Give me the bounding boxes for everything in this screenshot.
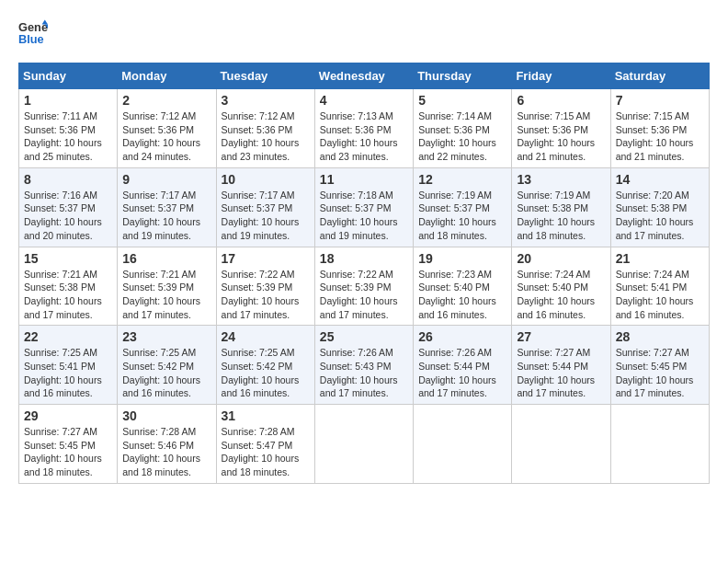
calendar-cell: 10Sunrise: 7:17 AMSunset: 5:37 PMDayligh…: [216, 167, 314, 247]
calendar-cell: 24Sunrise: 7:25 AMSunset: 5:42 PMDayligh…: [216, 326, 314, 405]
calendar-cell: 16Sunrise: 7:21 AMSunset: 5:39 PMDayligh…: [118, 247, 216, 326]
day-number: 11: [320, 172, 408, 187]
day-number: 13: [517, 172, 605, 187]
day-info: Sunrise: 7:20 AMSunset: 5:38 PMDaylight:…: [616, 189, 704, 243]
day-number: 24: [222, 329, 310, 344]
day-info: Sunrise: 7:14 AMSunset: 5:36 PMDaylight:…: [418, 109, 506, 164]
weekday-header-wednesday: Wednesday: [314, 63, 413, 89]
calendar-cell: 8Sunrise: 7:16 AMSunset: 5:37 PMDaylight…: [19, 167, 118, 247]
day-info: Sunrise: 7:17 AMSunset: 5:37 PMDaylight:…: [122, 189, 210, 243]
calendar-cell: 3Sunrise: 7:12 AMSunset: 5:36 PMDaylight…: [216, 89, 314, 168]
svg-text:Blue: Blue: [18, 32, 44, 46]
calendar-cell: 4Sunrise: 7:13 AMSunset: 5:36 PMDaylight…: [314, 89, 413, 168]
day-number: 27: [517, 329, 605, 344]
calendar-cell: 27Sunrise: 7:27 AMSunset: 5:44 PMDayligh…: [512, 326, 610, 405]
day-number: 2: [122, 93, 210, 108]
calendar-cell: 17Sunrise: 7:22 AMSunset: 5:39 PMDayligh…: [216, 247, 314, 326]
calendar-cell: 1Sunrise: 7:11 AMSunset: 5:36 PMDaylight…: [19, 89, 118, 168]
calendar-cell: 7Sunrise: 7:15 AMSunset: 5:36 PMDaylight…: [610, 89, 709, 168]
day-number: 23: [122, 329, 210, 344]
day-info: Sunrise: 7:24 AMSunset: 5:40 PMDaylight:…: [517, 268, 605, 322]
page-header: General Blue: [18, 18, 710, 48]
weekday-header-monday: Monday: [118, 63, 216, 89]
day-info: Sunrise: 7:13 AMSunset: 5:36 PMDaylight:…: [320, 109, 408, 164]
day-number: 10: [222, 172, 310, 187]
calendar-cell: 25Sunrise: 7:26 AMSunset: 5:43 PMDayligh…: [314, 326, 413, 405]
day-info: Sunrise: 7:26 AMSunset: 5:44 PMDaylight:…: [418, 346, 506, 400]
calendar-cell: 29Sunrise: 7:27 AMSunset: 5:45 PMDayligh…: [19, 405, 118, 484]
day-info: Sunrise: 7:25 AMSunset: 5:42 PMDaylight:…: [222, 346, 310, 400]
calendar-table: SundayMondayTuesdayWednesdayThursdayFrid…: [18, 63, 710, 484]
day-number: 19: [418, 251, 506, 266]
day-info: Sunrise: 7:28 AMSunset: 5:46 PMDaylight:…: [122, 425, 210, 479]
day-number: 9: [122, 172, 210, 187]
day-info: Sunrise: 7:21 AMSunset: 5:38 PMDaylight:…: [24, 268, 112, 322]
day-number: 7: [616, 93, 704, 108]
day-info: Sunrise: 7:26 AMSunset: 5:43 PMDaylight:…: [320, 346, 408, 400]
day-number: 12: [418, 172, 506, 187]
day-info: Sunrise: 7:19 AMSunset: 5:38 PMDaylight:…: [517, 189, 605, 243]
day-info: Sunrise: 7:27 AMSunset: 5:44 PMDaylight:…: [517, 346, 605, 400]
day-info: Sunrise: 7:18 AMSunset: 5:37 PMDaylight:…: [320, 189, 408, 243]
day-info: Sunrise: 7:25 AMSunset: 5:41 PMDaylight:…: [24, 346, 112, 400]
day-info: Sunrise: 7:12 AMSunset: 5:36 PMDaylight:…: [122, 109, 210, 164]
day-info: Sunrise: 7:22 AMSunset: 5:39 PMDaylight:…: [320, 268, 408, 322]
day-number: 16: [122, 251, 210, 266]
day-number: 15: [24, 251, 112, 266]
calendar-cell: [512, 405, 610, 484]
day-number: 14: [616, 172, 704, 187]
weekday-header-thursday: Thursday: [414, 63, 512, 89]
day-info: Sunrise: 7:27 AMSunset: 5:45 PMDaylight:…: [616, 346, 704, 400]
calendar-cell: 11Sunrise: 7:18 AMSunset: 5:37 PMDayligh…: [314, 167, 413, 247]
weekday-header-sunday: Sunday: [19, 63, 118, 89]
day-info: Sunrise: 7:16 AMSunset: 5:37 PMDaylight:…: [24, 189, 112, 243]
calendar-cell: 23Sunrise: 7:25 AMSunset: 5:42 PMDayligh…: [118, 326, 216, 405]
day-number: 17: [222, 251, 310, 266]
calendar-cell: [610, 405, 709, 484]
day-info: Sunrise: 7:12 AMSunset: 5:36 PMDaylight:…: [222, 109, 310, 164]
day-number: 31: [222, 408, 310, 423]
calendar-cell: [314, 405, 413, 484]
calendar-cell: 5Sunrise: 7:14 AMSunset: 5:36 PMDaylight…: [414, 89, 512, 168]
calendar-cell: 12Sunrise: 7:19 AMSunset: 5:37 PMDayligh…: [414, 167, 512, 247]
day-number: 30: [122, 408, 210, 423]
calendar-cell: 22Sunrise: 7:25 AMSunset: 5:41 PMDayligh…: [19, 326, 118, 405]
day-number: 22: [24, 329, 112, 344]
day-number: 8: [24, 172, 112, 187]
calendar-cell: 13Sunrise: 7:19 AMSunset: 5:38 PMDayligh…: [512, 167, 610, 247]
day-number: 18: [320, 251, 408, 266]
logo-icon: General Blue: [18, 18, 48, 48]
calendar-cell: 15Sunrise: 7:21 AMSunset: 5:38 PMDayligh…: [19, 247, 118, 326]
day-number: 3: [222, 93, 310, 108]
day-info: Sunrise: 7:19 AMSunset: 5:37 PMDaylight:…: [418, 189, 506, 243]
logo: General Blue: [18, 18, 48, 48]
day-number: 4: [320, 93, 408, 108]
calendar-cell: 14Sunrise: 7:20 AMSunset: 5:38 PMDayligh…: [610, 167, 709, 247]
calendar-cell: 19Sunrise: 7:23 AMSunset: 5:40 PMDayligh…: [414, 247, 512, 326]
calendar-cell: 21Sunrise: 7:24 AMSunset: 5:41 PMDayligh…: [610, 247, 709, 326]
calendar-cell: 2Sunrise: 7:12 AMSunset: 5:36 PMDaylight…: [118, 89, 216, 168]
day-number: 5: [418, 93, 506, 108]
day-number: 26: [418, 329, 506, 344]
calendar-cell: 18Sunrise: 7:22 AMSunset: 5:39 PMDayligh…: [314, 247, 413, 326]
weekday-header-friday: Friday: [512, 63, 610, 89]
day-info: Sunrise: 7:21 AMSunset: 5:39 PMDaylight:…: [122, 268, 210, 322]
calendar-cell: 31Sunrise: 7:28 AMSunset: 5:47 PMDayligh…: [216, 405, 314, 484]
day-number: 1: [24, 93, 112, 108]
day-number: 6: [517, 93, 605, 108]
day-info: Sunrise: 7:15 AMSunset: 5:36 PMDaylight:…: [616, 109, 704, 164]
day-number: 25: [320, 329, 408, 344]
calendar-cell: 28Sunrise: 7:27 AMSunset: 5:45 PMDayligh…: [610, 326, 709, 405]
day-info: Sunrise: 7:25 AMSunset: 5:42 PMDaylight:…: [122, 346, 210, 400]
day-info: Sunrise: 7:17 AMSunset: 5:37 PMDaylight:…: [222, 189, 310, 243]
calendar-cell: 26Sunrise: 7:26 AMSunset: 5:44 PMDayligh…: [414, 326, 512, 405]
calendar-cell: [414, 405, 512, 484]
day-number: 29: [24, 408, 112, 423]
calendar-cell: 9Sunrise: 7:17 AMSunset: 5:37 PMDaylight…: [118, 167, 216, 247]
day-number: 20: [517, 251, 605, 266]
calendar-cell: 30Sunrise: 7:28 AMSunset: 5:46 PMDayligh…: [118, 405, 216, 484]
weekday-header-saturday: Saturday: [610, 63, 709, 89]
day-info: Sunrise: 7:23 AMSunset: 5:40 PMDaylight:…: [418, 268, 506, 322]
day-info: Sunrise: 7:22 AMSunset: 5:39 PMDaylight:…: [222, 268, 310, 322]
weekday-header-tuesday: Tuesday: [216, 63, 314, 89]
